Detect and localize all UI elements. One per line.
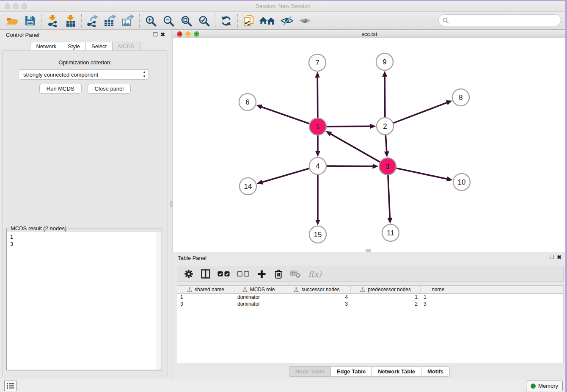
edge-3-10[interactable] (394, 168, 447, 179)
column-header-successor-nodes[interactable]: successor nodes (283, 286, 351, 293)
export-network-button[interactable] (84, 13, 102, 28)
task-history-button[interactable] (4, 381, 17, 391)
memory-button[interactable]: Memory (526, 381, 563, 391)
clone-network-icon (242, 14, 255, 28)
tab-mcds[interactable]: MCDS (112, 42, 140, 51)
node-3[interactable]: 3 (379, 158, 396, 175)
node-10[interactable]: 10 (453, 174, 470, 190)
table-cell[interactable]: 3 (283, 301, 351, 307)
table-cell[interactable]: 3 (421, 301, 456, 307)
export-table-button[interactable] (102, 13, 119, 28)
zoom-fit-button[interactable] (177, 13, 195, 28)
tab-edge-table[interactable]: Edge Table (330, 366, 372, 377)
edge-3-1[interactable] (330, 134, 382, 163)
delete-column-button[interactable] (272, 268, 285, 280)
edge-1-2[interactable] (325, 126, 370, 127)
node-2[interactable]: 2 (377, 118, 394, 135)
edge-1-7[interactable] (317, 77, 318, 120)
table-row[interactable]: 3dominator323 (177, 301, 563, 307)
node-8[interactable]: 8 (452, 89, 469, 106)
function-builder-button[interactable]: f(x) (306, 268, 324, 280)
table-settings-button[interactable] (182, 268, 195, 280)
column-header-predecessor-nodes[interactable]: predecessor nodes (351, 286, 421, 293)
node-15[interactable]: 15 (309, 226, 326, 243)
table-cell[interactable]: 4 (283, 294, 351, 301)
network-maximize-icon[interactable]: + (194, 31, 199, 37)
deselect-all-columns-button[interactable] (236, 268, 251, 280)
delete-table-icon (290, 270, 301, 278)
table-cell[interactable]: 3 (177, 301, 234, 307)
export-image-button[interactable] (119, 13, 137, 28)
table-cell[interactable]: 2 (351, 301, 421, 307)
column-header-MCDS-role[interactable]: MCDS role (234, 286, 283, 293)
table-cell[interactable]: 1 (351, 294, 421, 301)
show-column-panel-button[interactable] (199, 268, 212, 280)
open-session-button[interactable] (3, 13, 21, 28)
unchecked-checkboxes-icon (237, 271, 250, 277)
result-scrollbar[interactable] (157, 232, 161, 370)
edge-2-9[interactable] (385, 77, 385, 119)
tab-network-table[interactable]: Network Table (372, 366, 421, 377)
node-4[interactable]: 4 (309, 157, 326, 174)
float-table-panel-icon[interactable]: ☐ (549, 254, 554, 260)
edge-1-6[interactable] (261, 107, 311, 124)
tab-network[interactable]: Network (30, 42, 62, 51)
run-mcds-button[interactable]: Run MCDS (39, 84, 82, 94)
zoom-out-button[interactable] (160, 13, 177, 28)
edge-3-11[interactable] (388, 173, 390, 218)
select-all-columns-button[interactable] (216, 268, 231, 280)
zoom-selected-button[interactable] (195, 13, 213, 28)
hide-selected-button[interactable] (278, 13, 296, 28)
node-14[interactable]: 14 (239, 178, 256, 195)
close-window-icon[interactable] (5, 3, 10, 9)
node-table[interactable]: shared nameMCDS rolesuccessor nodesprede… (177, 285, 564, 363)
import-network-button[interactable] (44, 13, 61, 28)
network-close-icon[interactable]: ✕ (177, 31, 182, 37)
save-session-button[interactable] (21, 13, 39, 28)
node-1[interactable]: 1 (309, 118, 326, 135)
import-table-button[interactable] (61, 13, 79, 28)
tab-select[interactable]: Select (85, 42, 112, 51)
float-panel-icon[interactable]: ☐ (153, 31, 158, 38)
network-minimize-icon[interactable]: − (185, 31, 191, 37)
close-panel-icon[interactable]: ✖ (160, 31, 165, 38)
tab-style[interactable]: Style (62, 42, 85, 51)
node-6[interactable]: 6 (239, 94, 256, 110)
network-canvas[interactable]: 7968124314101511 (173, 38, 566, 252)
zoom-in-button[interactable] (142, 13, 160, 28)
node-7[interactable]: 7 (309, 54, 326, 71)
edge-4-3[interactable] (325, 166, 373, 166)
table-cell[interactable]: 1 (177, 294, 234, 301)
edge-2-8[interactable] (391, 102, 447, 124)
column-header-shared-name[interactable]: shared name (177, 286, 234, 293)
show-all-button[interactable] (296, 13, 314, 28)
maximize-window-icon[interactable] (22, 3, 27, 9)
node-11[interactable]: 11 (382, 224, 399, 241)
table-cell[interactable]: dominator (234, 301, 283, 307)
node-9[interactable]: 9 (376, 53, 393, 70)
control-panel-title: Control Panel (6, 32, 39, 38)
refresh-layout-button[interactable] (217, 13, 235, 28)
toolbar-separator (237, 14, 238, 28)
tab-motifs[interactable]: Motifs (421, 366, 450, 377)
create-column-button[interactable] (255, 268, 268, 280)
first-neighbors-button[interactable] (258, 13, 278, 28)
delete-table-button[interactable] (289, 268, 302, 280)
edge-2-3[interactable] (385, 133, 387, 152)
search-field[interactable] (438, 14, 561, 26)
horizontal-splitter-grip[interactable] (366, 249, 371, 252)
svg-text:15: 15 (314, 231, 322, 239)
column-header-name[interactable]: name (421, 286, 456, 293)
table-cell[interactable]: 1 (421, 294, 456, 301)
close-panel-button[interactable]: Close panel (88, 84, 131, 94)
table-cell[interactable]: dominator (234, 294, 283, 301)
minimize-window-icon[interactable] (13, 3, 19, 9)
optimization-criterion-dropdown[interactable]: strongly connected component ▲▼ (19, 69, 149, 80)
search-input[interactable] (451, 17, 561, 24)
tab-node-table[interactable]: Node Table (289, 366, 330, 377)
clone-network-button[interactable] (240, 13, 258, 28)
table-row[interactable]: 1dominator411 (177, 294, 563, 301)
close-table-panel-icon[interactable]: ✖ (557, 254, 561, 260)
edge-4-14[interactable] (262, 168, 311, 182)
mcds-result-list[interactable]: 13 (7, 232, 161, 370)
